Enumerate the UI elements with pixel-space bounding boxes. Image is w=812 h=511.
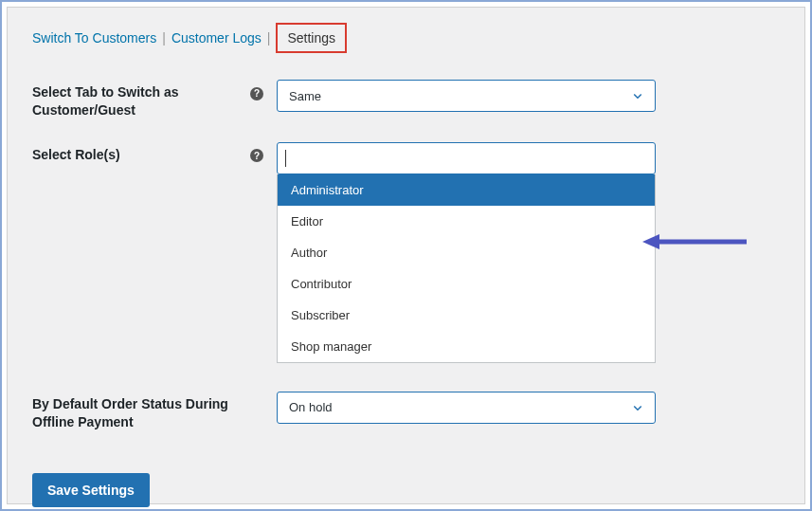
tab-separator: | — [162, 30, 166, 46]
select-order-status-value: On hold — [289, 400, 333, 414]
tab-settings-highlight: Settings — [276, 23, 347, 53]
role-option-administrator[interactable]: Administrator — [278, 174, 655, 206]
tab-bar: Switch To Customers | Customer Logs | Se… — [32, 28, 780, 47]
tab-customer-logs[interactable]: Customer Logs — [171, 30, 262, 46]
save-settings-button[interactable]: Save Settings — [32, 473, 150, 507]
select-tab-switch[interactable]: Same — [277, 80, 656, 112]
label-roles: Select Role(s) — [32, 142, 250, 164]
tab-switch-to-customers[interactable]: Switch To Customers — [32, 30, 156, 46]
chevron-down-icon — [632, 402, 643, 413]
select-tab-switch-value: Same — [289, 89, 321, 103]
role-option-shop-manager[interactable]: Shop manager — [278, 331, 655, 362]
label-order-status: By Default Order Status During Offline P… — [32, 392, 250, 431]
arrow-annotation-icon — [642, 231, 747, 252]
row-tab-switch: Select Tab to Switch as Customer/Guest ?… — [32, 80, 780, 119]
window-frame: Switch To Customers | Customer Logs | Se… — [0, 0, 812, 511]
row-roles: Select Role(s) ? Administrator Editor Au… — [32, 142, 780, 363]
roles-dropdown: Administrator Editor Author Contributor … — [277, 174, 656, 363]
tab-settings[interactable]: Settings — [287, 30, 335, 46]
role-option-contributor[interactable]: Contributor — [278, 268, 655, 300]
role-option-subscriber[interactable]: Subscriber — [278, 300, 655, 331]
select-order-status[interactable]: On hold — [277, 392, 656, 424]
role-option-editor[interactable]: Editor — [278, 206, 655, 237]
tab-separator: | — [267, 30, 271, 46]
text-caret — [285, 150, 286, 167]
label-tab-switch: Select Tab to Switch as Customer/Guest — [32, 80, 250, 119]
svg-marker-1 — [642, 234, 659, 249]
roles-multi-input[interactable] — [277, 142, 656, 174]
help-icon[interactable]: ? — [250, 87, 263, 100]
role-option-author[interactable]: Author — [278, 237, 655, 268]
settings-panel: Switch To Customers | Customer Logs | Se… — [7, 7, 805, 504]
help-icon[interactable]: ? — [250, 149, 263, 162]
chevron-down-icon — [632, 90, 643, 101]
row-order-status: By Default Order Status During Offline P… — [32, 392, 780, 431]
